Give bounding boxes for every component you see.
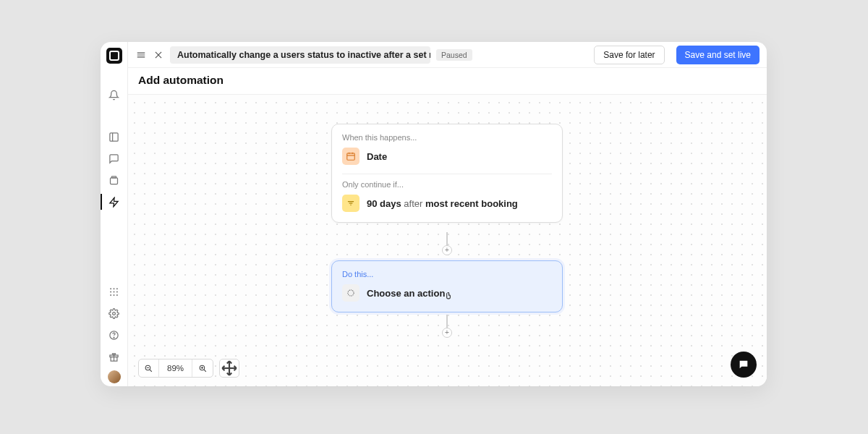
svg-line-34 — [150, 370, 152, 372]
svg-point-8 — [110, 291, 111, 292]
add-step-button[interactable]: + — [442, 245, 452, 255]
filter-icon — [342, 195, 359, 212]
header: Automatically change a users status to i… — [128, 42, 767, 68]
svg-point-32 — [348, 290, 354, 296]
svg-point-5 — [110, 288, 111, 289]
svg-point-16 — [114, 337, 114, 338]
lightning-icon[interactable] — [101, 191, 128, 213]
automation-canvas[interactable]: When this happens... Date Only continue … — [128, 95, 767, 386]
svg-rect-3 — [111, 176, 116, 177]
bell-icon[interactable] — [101, 84, 128, 106]
divider — [342, 174, 552, 174]
action-node[interactable]: Do this... Choose an action — [331, 260, 563, 312]
save-and-set-live-button[interactable]: Save and set live — [676, 46, 760, 64]
svg-point-14 — [113, 312, 116, 315]
condition-text: 90 days after most recent booking — [367, 198, 518, 209]
svg-point-13 — [116, 294, 118, 295]
zoom-level: 89% — [159, 359, 192, 377]
pan-button[interactable] — [219, 359, 239, 378]
status-badge: Paused — [436, 49, 472, 61]
main: Automatically change a users status to i… — [128, 42, 767, 386]
svg-point-9 — [114, 291, 115, 292]
svg-rect-2 — [111, 177, 118, 184]
automation-title-input[interactable]: Automatically change a users status to i… — [170, 46, 430, 64]
user-avatar[interactable] — [108, 370, 121, 383]
help-icon[interactable] — [101, 324, 128, 346]
settings-icon[interactable] — [101, 302, 128, 324]
svg-point-12 — [114, 294, 115, 295]
svg-line-37 — [204, 370, 206, 372]
app-logo[interactable] — [106, 48, 122, 64]
menu-icon[interactable] — [135, 50, 147, 60]
trigger-section-label: When this happens... — [342, 133, 552, 142]
condition-section-label: Only continue if... — [342, 180, 552, 189]
zoom-out-button[interactable] — [139, 359, 159, 377]
choose-action-text: Choose an action — [367, 288, 445, 299]
library-icon[interactable] — [101, 169, 128, 191]
sparkle-icon — [342, 284, 359, 302]
grid-icon[interactable] — [101, 281, 128, 302]
save-for-later-button[interactable]: Save for later — [594, 46, 664, 64]
action-section-label: Do this... — [342, 270, 552, 278]
page-title: Add automation — [128, 68, 767, 95]
svg-point-10 — [116, 291, 118, 292]
condition-row[interactable]: 90 days after most recent booking — [342, 193, 552, 213]
zoom-in-button[interactable] — [192, 359, 213, 377]
svg-rect-25 — [347, 153, 355, 160]
trigger-node[interactable]: When this happens... Date Only continue … — [331, 124, 563, 223]
svg-point-11 — [110, 294, 111, 295]
svg-rect-0 — [110, 132, 118, 140]
chat-icon[interactable] — [101, 148, 128, 169]
svg-point-7 — [116, 288, 118, 289]
close-icon[interactable] — [153, 50, 164, 60]
app-window: Automatically change a users status to i… — [101, 42, 767, 386]
sidebar — [101, 42, 128, 386]
help-chat-button[interactable] — [731, 352, 757, 378]
trigger-row[interactable]: Date — [342, 146, 552, 166]
add-step-button[interactable]: + — [442, 328, 452, 338]
calendar-icon — [342, 148, 359, 165]
svg-point-6 — [114, 288, 115, 289]
svg-marker-4 — [110, 197, 118, 207]
pointer-cursor-icon — [443, 292, 454, 302]
zoom-controls: 89% — [138, 359, 239, 378]
trigger-text: Date — [367, 151, 387, 162]
panel-icon[interactable] — [101, 126, 128, 148]
gift-icon[interactable] — [101, 346, 128, 367]
